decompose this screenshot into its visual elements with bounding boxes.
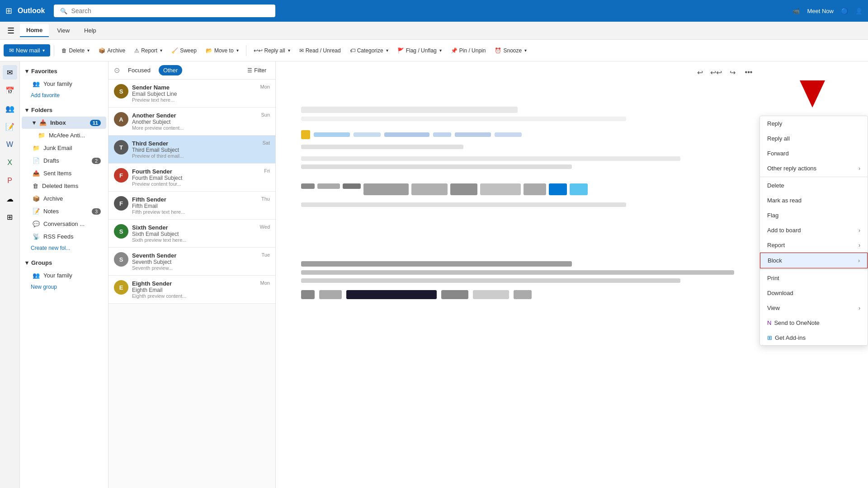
categorize-button[interactable]: 🏷 Categorize ▾ [346,46,392,56]
context-menu-item-view[interactable]: View › [760,300,868,315]
meet-now-button[interactable]: Meet Now [807,8,834,14]
apps-nav-icon[interactable]: ⊞ [3,210,17,224]
tab-help[interactable]: Help [78,24,103,37]
context-menu-item-block[interactable]: Block › [760,253,868,268]
tab-view[interactable]: View [51,24,76,37]
search-icon: 🔍 [60,8,67,14]
context-menu-item-download[interactable]: Download [760,286,868,300]
email-item[interactable]: T Third Sender Third Email Subject Previ… [108,136,275,164]
sidebar-item-deleted[interactable]: 🗑 Deleted Items [22,180,106,192]
ppt-nav-icon[interactable]: P [3,174,17,188]
new-mail-button[interactable]: ✉ New mail ▾ [4,44,50,56]
context-menu-label: Mark as read [767,197,802,204]
email-meta: Fri [245,168,270,174]
snooze-button[interactable]: ⏰ Snooze ▾ [491,46,530,56]
forward-icon-btn[interactable]: ↪ [725,65,740,80]
context-menu-item-mark_as_read[interactable]: Mark as read [760,193,868,208]
skype-icon[interactable]: 🔵 [841,8,848,14]
notes-icon: 📝 [33,208,40,215]
flag-unflag-button[interactable]: 🚩 Flag / Unflag ▾ [394,46,445,56]
new-group-link[interactable]: New group [20,282,108,292]
apps-grid-icon[interactable]: ⊞ [5,6,12,16]
folders-section[interactable]: ▾ Folders [20,104,108,116]
titlebar-right: 📹 Meet Now 🔵 👤 [793,8,863,14]
email-body-actions: ↩ ↩↩ ↪ ••• [693,65,756,80]
email-time: Sat [262,140,270,145]
email-item[interactable]: S Sixth Sender Sixth Email Subject Sixth… [108,220,275,248]
email-sender: Fourth Sender [132,168,241,175]
sidebar-item-mcafee[interactable]: 📁 McAfee Anti... [22,129,106,141]
report-icon: ⚠ [134,47,139,54]
new-mail-dropdown-arrow[interactable]: ▾ [42,48,45,53]
notes-nav-icon[interactable]: 📝 [3,119,17,134]
email-preview: Eighth preview content... [132,293,241,299]
sidebar-item-drafts[interactable]: 📄 Drafts 2 [22,155,106,167]
email-item[interactable]: F Fourth Sender Fourth Email Subject Pre… [108,164,275,192]
tab-home[interactable]: Home [20,24,49,37]
mail-icon: ✉ [9,47,14,54]
archive-icon: 📦 [99,47,105,54]
context-menu-item-add_to_board[interactable]: Add to board › [760,223,868,238]
more-icon-btn[interactable]: ••• [741,65,756,80]
context-menu-item-reply[interactable]: Reply [760,116,868,131]
context-menu-item-reply_all[interactable]: Reply all [760,131,868,146]
context-menu-item-other_reply[interactable]: Other reply actions › [760,161,868,176]
sweep-button[interactable]: 🧹 Sweep [168,46,200,56]
email-subject: Eighth Email [132,287,241,293]
read-unread-button[interactable]: ✉ Read / Unread [296,46,344,56]
video-call-icon[interactable]: 📹 [793,8,800,14]
calendar-nav-icon[interactable]: 📅 [3,83,17,98]
sidebar-item-group-family[interactable]: 👥 Your family [22,269,106,282]
hamburger-icon[interactable]: ☰ [7,26,14,36]
context-menu-item-delete[interactable]: Delete [760,178,868,193]
create-new-folder-link[interactable]: Create new fol... [20,243,108,253]
red-arrow-indicator [800,80,825,108]
context-menu-item-print[interactable]: Print [760,271,868,286]
context-menu-label: Flag [767,212,778,219]
delete-button[interactable]: 🗑 Delete ▾ [58,46,93,56]
archive-button[interactable]: 📦 Archive [95,46,129,56]
filter-button[interactable]: ☰ Filter [244,66,270,75]
sidebar-item-rss[interactable]: 📡 RSS Feeds [22,230,106,243]
sidebar-item-sent[interactable]: 📤 Sent Items [22,167,106,179]
conversation-icon: 💬 [33,221,40,227]
sidebar: ▾ Favorites 👥 Your family Add favorite ▾… [20,61,108,488]
context-menu-item-forward[interactable]: Forward [760,146,868,161]
excel-nav-icon[interactable]: X [3,155,17,170]
sidebar-item-notes[interactable]: 📝 Notes 3 [22,205,106,217]
add-favorite-link[interactable]: Add favorite [20,90,108,100]
favorites-section[interactable]: ▾ Favorites [20,65,108,77]
mail-nav-icon[interactable]: ✉ [3,65,17,80]
move-to-button[interactable]: 📂 Move to ▾ [202,46,242,56]
email-item[interactable]: A Another Sender Another Subject More pr… [108,108,275,136]
email-item[interactable]: F Fifth Sender Fifth Email Fifth preview… [108,192,275,220]
sidebar-item-your-family[interactable]: 👥 Your family [22,78,106,90]
context-menu-item-get_addins[interactable]: ⊞Get Add-ins [760,330,868,345]
pin-unpin-button[interactable]: 📌 Pin / Unpin [447,46,490,56]
context-menu-item-send_to_onenote[interactable]: NSend to OneNote [760,315,868,330]
sidebar-item-archive[interactable]: 📦 Archive [22,192,106,205]
search-input[interactable] [71,7,269,14]
sidebar-item-inbox[interactable]: ▾ 📥 Inbox 11 [22,117,106,129]
email-sender: Fifth Sender [132,196,241,203]
contacts-nav-icon[interactable]: 👥 [3,101,17,116]
reply-all-icon-btn[interactable]: ↩↩ [709,65,723,80]
email-meta: Sat [245,140,270,145]
email-item[interactable]: E Eighth Sender Eighth Email Eighth prev… [108,276,275,304]
context-menu-item-flag[interactable]: Flag [760,208,868,223]
email-item[interactable]: S Seventh Sender Seventh Subject Seventh… [108,248,275,276]
report-button[interactable]: ⚠ Report ▾ [131,46,166,56]
reply-icon-btn[interactable]: ↩ [693,65,707,80]
profile-icon[interactable]: 👤 [855,8,863,14]
email-item[interactable]: S Sender Name Email Subject Line Preview… [108,80,275,108]
avatar: F [114,196,128,211]
other-tab[interactable]: Other [159,65,183,75]
reply-all-button[interactable]: ↩↩ Reply all ▾ [250,46,294,56]
focused-tab[interactable]: Focused [123,65,155,75]
sidebar-item-junk[interactable]: 📁 Junk Email [22,142,106,154]
context-menu-item-report[interactable]: Report › [760,238,868,253]
sidebar-item-conversation[interactable]: 💬 Conversation ... [22,218,106,230]
tasks-nav-icon[interactable]: W [3,137,17,152]
groups-section[interactable]: ▾ Groups [20,257,108,269]
cloud-nav-icon[interactable]: ☁ [3,192,17,206]
